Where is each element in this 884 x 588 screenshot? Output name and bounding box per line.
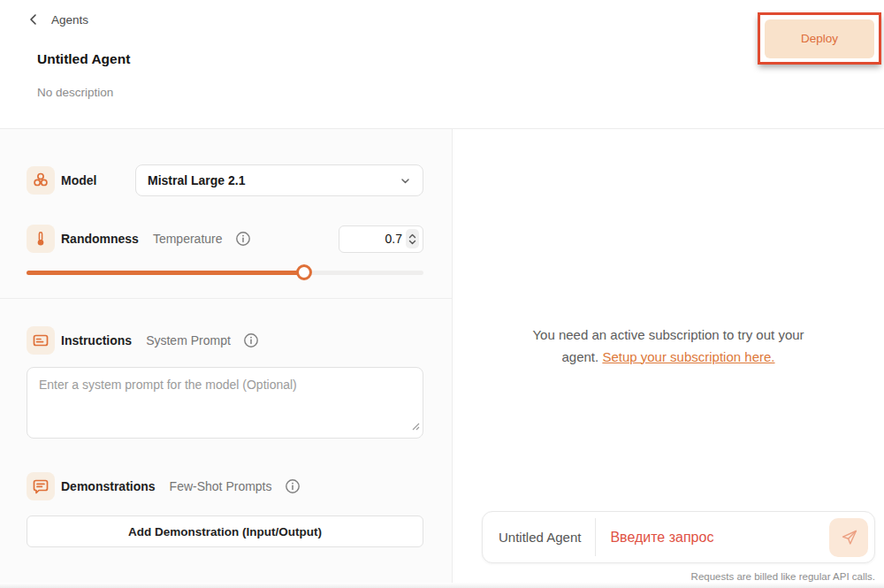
send-button[interactable] bbox=[829, 518, 868, 557]
back-chevron-icon[interactable] bbox=[27, 12, 40, 27]
system-prompt-label: System Prompt bbox=[146, 333, 231, 347]
billing-footnote: Requests are billed like regular API cal… bbox=[691, 571, 875, 582]
notice-line2-prefix: agent. bbox=[562, 349, 603, 364]
add-demonstration-button[interactable]: Add Demonstration (Input/Output) bbox=[27, 515, 423, 547]
subscription-notice: You need an active subscription to try o… bbox=[470, 325, 866, 368]
instructions-icon bbox=[27, 326, 55, 355]
deploy-highlight-annotation: Deploy bbox=[758, 12, 881, 65]
agent-description: No description bbox=[37, 86, 113, 99]
main-content: Model Mistral Large 2.1 Randomness Tempe… bbox=[0, 129, 884, 588]
model-icon bbox=[27, 166, 55, 195]
breadcrumb[interactable]: Agents bbox=[27, 12, 88, 27]
page-header: Agents Untitled Agent No description Dep… bbox=[0, 0, 884, 129]
demonstrations-label: Demonstrations bbox=[61, 479, 156, 493]
notice-line1: You need an active subscription to try o… bbox=[532, 327, 804, 342]
model-label: Model bbox=[61, 173, 96, 187]
model-row: Model Mistral Large 2.1 bbox=[27, 164, 423, 196]
system-prompt-textarea[interactable] bbox=[27, 367, 423, 439]
deploy-button[interactable]: Deploy bbox=[765, 19, 874, 58]
demonstrations-row: Demonstrations Few-Shot Prompts bbox=[27, 472, 423, 500]
temperature-label: Temperature bbox=[153, 232, 223, 246]
agent-config-panel: Model Mistral Large 2.1 Randomness Tempe… bbox=[0, 129, 453, 588]
chat-input-bar: Untitled Agent Введите запрос bbox=[482, 511, 875, 563]
temperature-input[interactable]: 0.7 bbox=[339, 225, 423, 253]
chevron-down-icon bbox=[400, 175, 411, 187]
info-icon[interactable] bbox=[243, 332, 259, 348]
instructions-row: Instructions System Prompt bbox=[27, 326, 423, 355]
playground-panel: You need an active subscription to try o… bbox=[453, 129, 884, 588]
temperature-slider[interactable] bbox=[27, 264, 423, 280]
model-select[interactable]: Mistral Large 2.1 bbox=[135, 164, 423, 196]
info-icon[interactable] bbox=[285, 478, 301, 494]
paper-plane-icon bbox=[840, 528, 858, 546]
breadcrumb-label[interactable]: Agents bbox=[51, 13, 88, 27]
chat-divider bbox=[595, 518, 596, 556]
model-selected-value: Mistral Large 2.1 bbox=[148, 173, 246, 187]
speech-bubble-icon bbox=[27, 472, 55, 500]
number-stepper[interactable] bbox=[406, 229, 419, 248]
instructions-label: Instructions bbox=[61, 333, 132, 347]
slider-thumb[interactable] bbox=[296, 264, 312, 280]
randomness-row: Randomness Temperature 0.7 bbox=[27, 225, 423, 253]
slider-fill bbox=[27, 271, 304, 275]
thermometer-icon bbox=[27, 225, 55, 253]
chat-query-input[interactable]: Введите запрос bbox=[610, 530, 829, 546]
temperature-value: 0.7 bbox=[385, 232, 402, 246]
info-icon[interactable] bbox=[235, 231, 251, 247]
system-prompt-wrap bbox=[27, 367, 423, 439]
section-divider bbox=[0, 298, 452, 299]
randomness-label: Randomness bbox=[61, 232, 139, 246]
setup-subscription-link[interactable]: Setup your subscription here. bbox=[602, 349, 774, 364]
few-shot-label: Few-Shot Prompts bbox=[170, 479, 272, 493]
chat-agent-name: Untitled Agent bbox=[499, 530, 581, 545]
page-title: Untitled Agent bbox=[37, 51, 130, 67]
